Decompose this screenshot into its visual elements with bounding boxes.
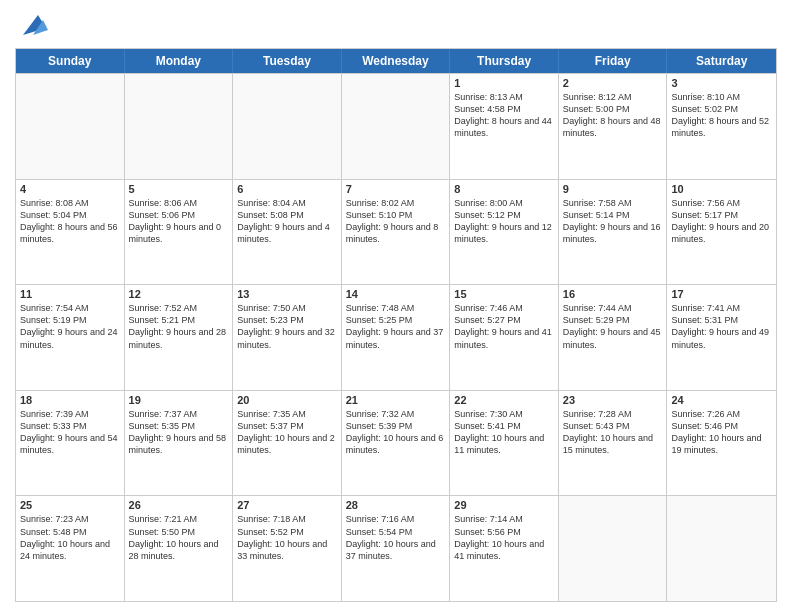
calendar-cell: 19Sunrise: 7:37 AMSunset: 5:35 PMDayligh… [125, 391, 234, 496]
calendar-header-day: Tuesday [233, 49, 342, 73]
day-info: Sunrise: 7:14 AMSunset: 5:56 PMDaylight:… [454, 513, 554, 562]
day-info: Sunrise: 7:54 AMSunset: 5:19 PMDaylight:… [20, 302, 120, 351]
day-info: Sunrise: 7:30 AMSunset: 5:41 PMDaylight:… [454, 408, 554, 457]
calendar-cell: 29Sunrise: 7:14 AMSunset: 5:56 PMDayligh… [450, 496, 559, 601]
day-info: Sunrise: 7:21 AMSunset: 5:50 PMDaylight:… [129, 513, 229, 562]
calendar-header-day: Monday [125, 49, 234, 73]
calendar-cell: 18Sunrise: 7:39 AMSunset: 5:33 PMDayligh… [16, 391, 125, 496]
calendar-cell: 11Sunrise: 7:54 AMSunset: 5:19 PMDayligh… [16, 285, 125, 390]
page: SundayMondayTuesdayWednesdayThursdayFrid… [0, 0, 792, 612]
day-number: 28 [346, 499, 446, 511]
calendar-cell: 20Sunrise: 7:35 AMSunset: 5:37 PMDayligh… [233, 391, 342, 496]
day-info: Sunrise: 8:00 AMSunset: 5:12 PMDaylight:… [454, 197, 554, 246]
calendar-week: 18Sunrise: 7:39 AMSunset: 5:33 PMDayligh… [16, 390, 776, 496]
day-number: 2 [563, 77, 663, 89]
day-number: 4 [20, 183, 120, 195]
calendar-header-day: Thursday [450, 49, 559, 73]
day-number: 11 [20, 288, 120, 300]
day-info: Sunrise: 7:16 AMSunset: 5:54 PMDaylight:… [346, 513, 446, 562]
day-number: 24 [671, 394, 772, 406]
day-info: Sunrise: 7:23 AMSunset: 5:48 PMDaylight:… [20, 513, 120, 562]
calendar-week: 11Sunrise: 7:54 AMSunset: 5:19 PMDayligh… [16, 284, 776, 390]
day-info: Sunrise: 7:39 AMSunset: 5:33 PMDaylight:… [20, 408, 120, 457]
calendar-cell: 16Sunrise: 7:44 AMSunset: 5:29 PMDayligh… [559, 285, 668, 390]
day-info: Sunrise: 8:06 AMSunset: 5:06 PMDaylight:… [129, 197, 229, 246]
day-info: Sunrise: 7:18 AMSunset: 5:52 PMDaylight:… [237, 513, 337, 562]
day-info: Sunrise: 8:13 AMSunset: 4:58 PMDaylight:… [454, 91, 554, 140]
calendar-cell: 1Sunrise: 8:13 AMSunset: 4:58 PMDaylight… [450, 74, 559, 179]
calendar-cell: 10Sunrise: 7:56 AMSunset: 5:17 PMDayligh… [667, 180, 776, 285]
calendar-cell [559, 496, 668, 601]
day-info: Sunrise: 7:58 AMSunset: 5:14 PMDaylight:… [563, 197, 663, 246]
day-info: Sunrise: 7:32 AMSunset: 5:39 PMDaylight:… [346, 408, 446, 457]
calendar-cell: 9Sunrise: 7:58 AMSunset: 5:14 PMDaylight… [559, 180, 668, 285]
calendar-header: SundayMondayTuesdayWednesdayThursdayFrid… [16, 49, 776, 73]
day-number: 3 [671, 77, 772, 89]
calendar-cell: 22Sunrise: 7:30 AMSunset: 5:41 PMDayligh… [450, 391, 559, 496]
calendar-cell: 27Sunrise: 7:18 AMSunset: 5:52 PMDayligh… [233, 496, 342, 601]
logo [15, 10, 48, 40]
day-info: Sunrise: 7:35 AMSunset: 5:37 PMDaylight:… [237, 408, 337, 457]
calendar-cell: 13Sunrise: 7:50 AMSunset: 5:23 PMDayligh… [233, 285, 342, 390]
day-number: 6 [237, 183, 337, 195]
day-number: 18 [20, 394, 120, 406]
calendar-cell: 6Sunrise: 8:04 AMSunset: 5:08 PMDaylight… [233, 180, 342, 285]
day-info: Sunrise: 8:12 AMSunset: 5:00 PMDaylight:… [563, 91, 663, 140]
calendar-cell: 21Sunrise: 7:32 AMSunset: 5:39 PMDayligh… [342, 391, 451, 496]
day-number: 1 [454, 77, 554, 89]
day-info: Sunrise: 7:48 AMSunset: 5:25 PMDaylight:… [346, 302, 446, 351]
day-info: Sunrise: 7:41 AMSunset: 5:31 PMDaylight:… [671, 302, 772, 351]
calendar-cell: 3Sunrise: 8:10 AMSunset: 5:02 PMDaylight… [667, 74, 776, 179]
day-info: Sunrise: 7:50 AMSunset: 5:23 PMDaylight:… [237, 302, 337, 351]
calendar-cell: 17Sunrise: 7:41 AMSunset: 5:31 PMDayligh… [667, 285, 776, 390]
calendar-cell [16, 74, 125, 179]
day-info: Sunrise: 7:28 AMSunset: 5:43 PMDaylight:… [563, 408, 663, 457]
calendar-cell: 5Sunrise: 8:06 AMSunset: 5:06 PMDaylight… [125, 180, 234, 285]
day-info: Sunrise: 7:46 AMSunset: 5:27 PMDaylight:… [454, 302, 554, 351]
calendar-body: 1Sunrise: 8:13 AMSunset: 4:58 PMDaylight… [16, 73, 776, 601]
day-number: 5 [129, 183, 229, 195]
calendar-header-day: Saturday [667, 49, 776, 73]
day-info: Sunrise: 7:44 AMSunset: 5:29 PMDaylight:… [563, 302, 663, 351]
calendar-cell [342, 74, 451, 179]
calendar-cell: 4Sunrise: 8:08 AMSunset: 5:04 PMDaylight… [16, 180, 125, 285]
day-number: 27 [237, 499, 337, 511]
day-info: Sunrise: 8:10 AMSunset: 5:02 PMDaylight:… [671, 91, 772, 140]
calendar-header-day: Wednesday [342, 49, 451, 73]
calendar-week: 4Sunrise: 8:08 AMSunset: 5:04 PMDaylight… [16, 179, 776, 285]
calendar-cell [233, 74, 342, 179]
day-number: 15 [454, 288, 554, 300]
calendar-cell: 8Sunrise: 8:00 AMSunset: 5:12 PMDaylight… [450, 180, 559, 285]
day-info: Sunrise: 7:26 AMSunset: 5:46 PMDaylight:… [671, 408, 772, 457]
day-info: Sunrise: 8:08 AMSunset: 5:04 PMDaylight:… [20, 197, 120, 246]
calendar-header-day: Sunday [16, 49, 125, 73]
day-number: 22 [454, 394, 554, 406]
day-info: Sunrise: 8:02 AMSunset: 5:10 PMDaylight:… [346, 197, 446, 246]
calendar: SundayMondayTuesdayWednesdayThursdayFrid… [15, 48, 777, 602]
day-number: 20 [237, 394, 337, 406]
day-number: 9 [563, 183, 663, 195]
day-number: 29 [454, 499, 554, 511]
calendar-cell: 15Sunrise: 7:46 AMSunset: 5:27 PMDayligh… [450, 285, 559, 390]
calendar-cell: 2Sunrise: 8:12 AMSunset: 5:00 PMDaylight… [559, 74, 668, 179]
calendar-cell [667, 496, 776, 601]
day-number: 21 [346, 394, 446, 406]
day-info: Sunrise: 7:37 AMSunset: 5:35 PMDaylight:… [129, 408, 229, 457]
calendar-cell: 28Sunrise: 7:16 AMSunset: 5:54 PMDayligh… [342, 496, 451, 601]
calendar-cell: 7Sunrise: 8:02 AMSunset: 5:10 PMDaylight… [342, 180, 451, 285]
day-number: 7 [346, 183, 446, 195]
day-number: 19 [129, 394, 229, 406]
day-number: 14 [346, 288, 446, 300]
day-info: Sunrise: 7:56 AMSunset: 5:17 PMDaylight:… [671, 197, 772, 246]
calendar-header-day: Friday [559, 49, 668, 73]
day-number: 26 [129, 499, 229, 511]
day-number: 25 [20, 499, 120, 511]
day-number: 12 [129, 288, 229, 300]
day-info: Sunrise: 8:04 AMSunset: 5:08 PMDaylight:… [237, 197, 337, 246]
calendar-week: 25Sunrise: 7:23 AMSunset: 5:48 PMDayligh… [16, 495, 776, 601]
day-number: 16 [563, 288, 663, 300]
day-number: 17 [671, 288, 772, 300]
day-number: 23 [563, 394, 663, 406]
calendar-cell: 23Sunrise: 7:28 AMSunset: 5:43 PMDayligh… [559, 391, 668, 496]
calendar-cell: 12Sunrise: 7:52 AMSunset: 5:21 PMDayligh… [125, 285, 234, 390]
